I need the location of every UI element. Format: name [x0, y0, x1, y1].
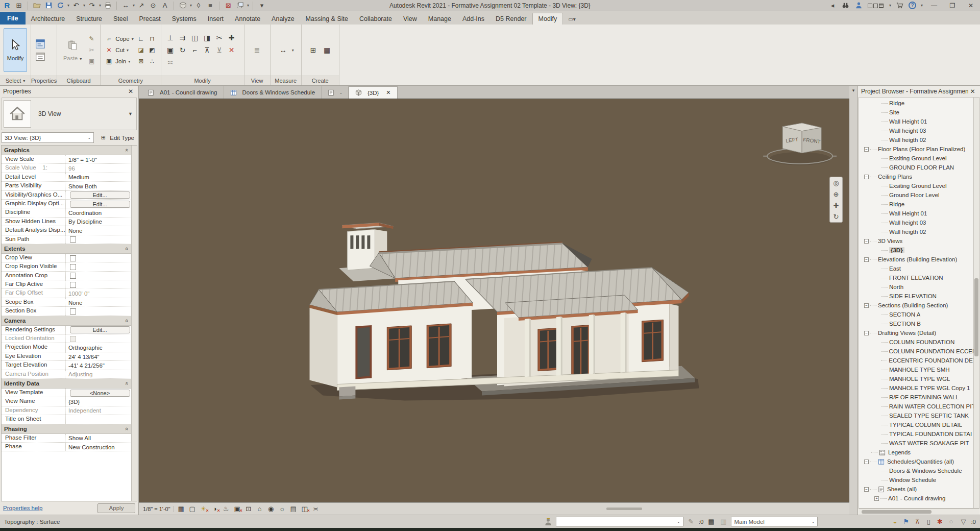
ribbon-tab-analyze[interactable]: Analyze [266, 13, 300, 25]
delete-icon[interactable]: ✕ [226, 44, 237, 56]
drawing-area[interactable]: LEFTFRONT ◎⊕✚↻ [139, 99, 849, 502]
orbit-icon[interactable]: ↻ [831, 212, 841, 221]
switch-windows-icon[interactable] [235, 1, 245, 10]
property-edit-button[interactable]: Edit... [70, 201, 130, 208]
ribbon-tab-architecture[interactable]: Architecture [26, 13, 71, 25]
horizontal-scrollbar-thumb[interactable] [606, 508, 642, 510]
close-view-tab-icon[interactable]: ✕ [386, 89, 390, 96]
help-dropdown-icon[interactable]: ▾ [921, 3, 923, 8]
tree-item-manhole-type-wgl[interactable]: MANHOLE TYPE WGL [859, 374, 973, 383]
tree-item-doors-windows-schedule[interactable]: Doors & Windows Schedule [859, 466, 973, 475]
tree-item-typical-column-detail[interactable]: TYPICAL COLUMN DETAIL [859, 420, 973, 429]
apply-button[interactable]: Apply [97, 503, 135, 513]
match-type-icon[interactable]: ✎ [87, 34, 96, 44]
move-icon[interactable]: ✚ [226, 32, 237, 43]
section-icon[interactable]: ◊ [193, 1, 204, 10]
tree-item-manhole-type-wgl-copy-1[interactable]: MANHOLE TYPE WGL Copy 1 [859, 383, 973, 393]
match-icon[interactable]: ≍ [165, 57, 176, 68]
tree-item-legends[interactable]: Legends [859, 448, 973, 457]
copy-icon[interactable]: ▣ [87, 57, 96, 66]
property-value[interactable]: Show Both [68, 183, 97, 189]
property-edit-button[interactable]: <None> [70, 390, 130, 397]
split-element-icon[interactable]: ✂ [214, 32, 225, 43]
create-group-icon[interactable]: ⊞ [308, 44, 319, 56]
property-checkbox[interactable] [70, 236, 76, 243]
tree-item-ridge[interactable]: Ridge [859, 200, 973, 209]
panel-splitter[interactable]: ▾ [849, 86, 857, 515]
collapse-section-icon[interactable]: « [124, 247, 130, 250]
thin-lines-toggle-icon[interactable]: ≣ [252, 44, 263, 56]
modify-tool-button[interactable]: Modify [4, 28, 27, 72]
ribbon-tab-insert[interactable]: Insert [202, 13, 229, 25]
tree-item-ground-floor-level[interactable]: Ground Floor Level [859, 190, 973, 200]
measure-dropdown-icon[interactable]: ▾ [133, 3, 135, 8]
tree-item-drafting-views-detail-[interactable]: −Drafting Views (Detail) [859, 328, 973, 337]
restore-button[interactable]: ❐ [945, 1, 960, 11]
offset-icon[interactable]: ⇉ [177, 32, 188, 43]
property-section-camera[interactable]: Camera« [2, 316, 131, 326]
tree-item-wall-height-03[interactable]: Wall height 03 [859, 218, 973, 227]
properties-list-icon[interactable]: ▤ [706, 517, 716, 526]
search-binoculars-icon[interactable] [841, 1, 850, 10]
instance-selector[interactable]: 3D View: {3D}⌄ [2, 132, 94, 143]
tree-item-ridge[interactable]: Ridge [859, 99, 973, 108]
close-inactive-views-icon[interactable]: ⊠ [223, 1, 233, 10]
type-selector-dropdown-icon[interactable]: ▼ [128, 111, 135, 116]
property-value[interactable]: Adjusting [68, 371, 92, 377]
tree-item--3d-[interactable]: {3D} [859, 246, 973, 255]
exclude-options-icon[interactable]: ▯ [924, 517, 933, 526]
unlocked-3d-view-icon[interactable]: ⌂ [255, 504, 265, 514]
property-value[interactable]: By Discipline [68, 219, 102, 225]
switch-windows-dropdown-icon[interactable]: ▾ [247, 3, 249, 8]
tree-expand-box[interactable]: − [864, 331, 869, 335]
type-selector[interactable]: 3D View ▼ [2, 98, 137, 130]
app-store-cart-icon[interactable] [895, 1, 904, 10]
measure-icon[interactable]: ↔ [120, 1, 131, 10]
project-browser-hscrollbar[interactable] [859, 509, 979, 515]
panel-label-select[interactable]: Select▾ [0, 76, 31, 85]
collapse-section-icon[interactable]: « [124, 427, 130, 430]
text-icon[interactable]: A [160, 1, 170, 10]
selection-toggle-icon[interactable]: ○ [946, 517, 955, 526]
sync-icon[interactable] [55, 1, 65, 10]
ribbon-tab-massing-site[interactable]: Massing & Site [300, 13, 354, 25]
aligned-dimension-icon[interactable]: ↗ [136, 1, 146, 10]
property-checkbox[interactable] [70, 273, 76, 279]
tree-item-r-f-of-retaining-wall[interactable]: R/F OF RETAINING WALL [859, 393, 973, 402]
properties-close-icon[interactable]: ✕ [126, 88, 135, 95]
render-icon[interactable]: ♨ [221, 504, 231, 514]
print-icon[interactable] [103, 1, 113, 10]
temporary-hide-isolate-icon[interactable]: ◉ [266, 504, 276, 514]
view-tab--3d-[interactable]: {3D}✕ [349, 86, 398, 99]
tree-item-column-foundation[interactable]: COLUMN FOUNDATION [859, 337, 973, 347]
tree-item-a01-council-drawing[interactable]: +A01 - Council drawing [859, 494, 973, 503]
ribbon-tab-modify[interactable]: Modify [532, 13, 564, 25]
tree-expand-box[interactable]: − [864, 257, 869, 262]
property-value[interactable]: 96 [68, 165, 75, 172]
property-value[interactable]: New Construction [68, 444, 115, 450]
tree-item-east[interactable]: East [859, 264, 973, 273]
tree-item-sealed-type-septic-tank[interactable]: SEALED TYPE SEPTIC TANK [859, 411, 973, 420]
trim-extend-icon[interactable]: ⌐ [189, 44, 201, 56]
ribbon-tab-add-ins[interactable]: Add-Ins [457, 13, 490, 25]
worksharing-display-icon[interactable]: ◒ [890, 517, 899, 526]
help-icon[interactable]: ? [909, 2, 916, 9]
tree-item-sections-building-section-[interactable]: −Sections (Building Section) [859, 301, 973, 310]
ribbon-tab-structure[interactable]: Structure [70, 13, 108, 25]
tree-item-wall-height-01[interactable]: Wall Height 01 [859, 117, 973, 126]
customize-qat-icon[interactable]: ▾ [257, 1, 267, 10]
properties-scrollbar[interactable] [131, 146, 137, 501]
tree-item-section-a[interactable]: SECTION A [859, 310, 973, 319]
tree-item-manhole-type-smh[interactable]: MANHOLE TYPE SMH [859, 365, 973, 374]
tree-item-north[interactable]: North [859, 282, 973, 292]
file-properties-icon[interactable]: ⊞ [14, 1, 24, 10]
rotate-icon[interactable]: ↻ [177, 44, 188, 56]
property-section-phasing[interactable]: Phasing« [2, 424, 131, 434]
tree-item-eccentric-foundation-deta[interactable]: ECCENTRIC FOUNDATION DETA [859, 356, 973, 365]
project-browser-scrollbar[interactable] [973, 98, 979, 508]
properties-help-link[interactable]: Properties help [3, 505, 42, 511]
tree-item-exsiting-ground-level[interactable]: Exsiting Ground Level [859, 154, 973, 163]
tag-by-category-icon[interactable]: ⊙ [148, 1, 158, 10]
tree-expand-box[interactable]: − [864, 487, 869, 492]
tree-expand-box[interactable]: − [864, 239, 869, 244]
